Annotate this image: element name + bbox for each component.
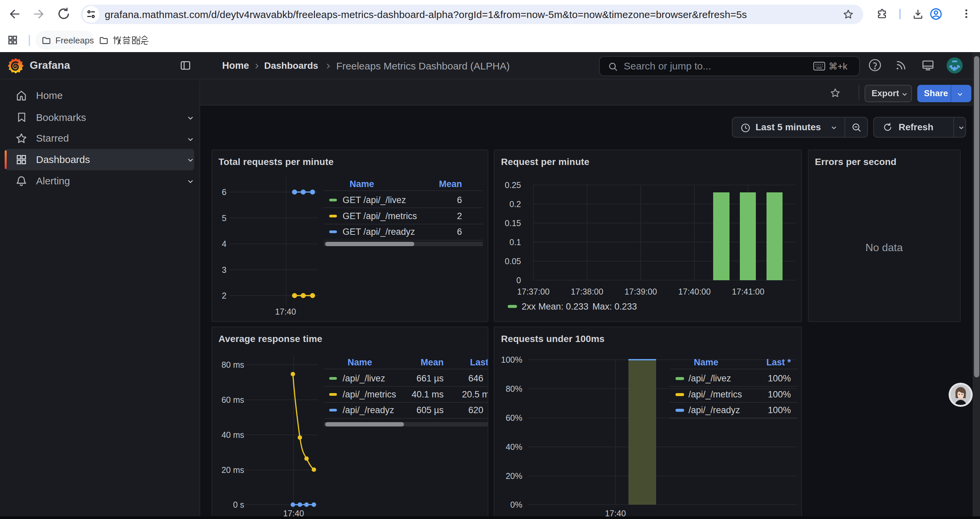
svg-text:20%: 20%	[506, 471, 522, 480]
svg-text:Last: Last	[470, 357, 487, 367]
svg-text:2xx: 2xx	[522, 302, 536, 311]
svg-text:0.1: 0.1	[509, 238, 521, 247]
svg-text:0 s: 0 s	[233, 500, 244, 509]
svg-text:80 ms: 80 ms	[221, 360, 244, 369]
svg-text:0: 0	[516, 276, 521, 285]
svg-text:/api/_/readyz: /api/_/readyz	[342, 405, 394, 415]
svg-text:6: 6	[457, 227, 461, 237]
svg-text:/api/_/livez: /api/_/livez	[689, 373, 731, 383]
svg-text:GET /api/_/livez: GET /api/_/livez	[342, 195, 406, 205]
svg-text:4: 4	[221, 239, 226, 249]
svg-text:Last *: Last *	[766, 357, 791, 367]
svg-text:620: 620	[468, 405, 483, 415]
svg-text:6: 6	[457, 195, 461, 205]
svg-text:605 µs: 605 µs	[416, 405, 443, 415]
svg-text:0.05: 0.05	[505, 257, 521, 266]
svg-text:6: 6	[221, 187, 226, 197]
svg-text:0.15: 0.15	[505, 219, 521, 228]
svg-text:/api/_/livez: /api/_/livez	[342, 373, 385, 383]
svg-text:/api/_/readyz: /api/_/readyz	[689, 405, 740, 415]
svg-text:Name: Name	[349, 179, 374, 189]
svg-text:40%: 40%	[506, 442, 522, 451]
svg-text:17:40:00: 17:40:00	[678, 287, 711, 296]
svg-text:100%: 100%	[768, 405, 791, 415]
svg-text:40.1 ms: 40.1 ms	[411, 389, 443, 399]
svg-text:Max: 0.233: Max: 0.233	[592, 302, 637, 311]
svg-text:5: 5	[221, 213, 226, 223]
svg-text:/api/_/metrics: /api/_/metrics	[689, 389, 742, 399]
svg-text:17:39:00: 17:39:00	[624, 287, 657, 296]
svg-text:2: 2	[221, 291, 226, 300]
svg-text:3: 3	[221, 265, 226, 275]
svg-text:20.5 m: 20.5 m	[461, 389, 487, 399]
svg-text:60 ms: 60 ms	[221, 395, 244, 404]
svg-text:100%: 100%	[768, 373, 791, 383]
svg-text:0.2: 0.2	[509, 200, 521, 209]
svg-text:Mean: Mean	[439, 179, 461, 189]
svg-text:100%: 100%	[501, 355, 522, 364]
svg-text:17:37:00: 17:37:00	[517, 287, 549, 296]
svg-text:Mean: Mean	[420, 357, 443, 367]
svg-text:0%: 0%	[510, 500, 522, 509]
svg-text:Name: Name	[347, 357, 372, 367]
svg-text:2: 2	[457, 211, 461, 221]
svg-text:17:40: 17:40	[275, 307, 296, 316]
svg-text:Mean: 0.233: Mean: 0.233	[538, 302, 589, 311]
svg-text:GET /api/_/metrics: GET /api/_/metrics	[342, 211, 417, 221]
svg-text:40 ms: 40 ms	[221, 430, 244, 439]
svg-text:60%: 60%	[506, 413, 522, 422]
svg-text:Name: Name	[694, 357, 719, 367]
svg-text:661 µs: 661 µs	[416, 373, 443, 383]
svg-text:100%: 100%	[768, 389, 791, 399]
svg-text:646: 646	[468, 373, 483, 383]
svg-text:17:41:00: 17:41:00	[732, 287, 764, 296]
svg-text:0.25: 0.25	[505, 180, 521, 190]
svg-text:20 ms: 20 ms	[221, 465, 244, 474]
svg-text:17:38:00: 17:38:00	[571, 287, 603, 296]
svg-text:GET /api/_/readyz: GET /api/_/readyz	[342, 227, 415, 237]
svg-text:80%: 80%	[506, 384, 522, 393]
svg-text:/api/_/metrics: /api/_/metrics	[342, 389, 396, 399]
